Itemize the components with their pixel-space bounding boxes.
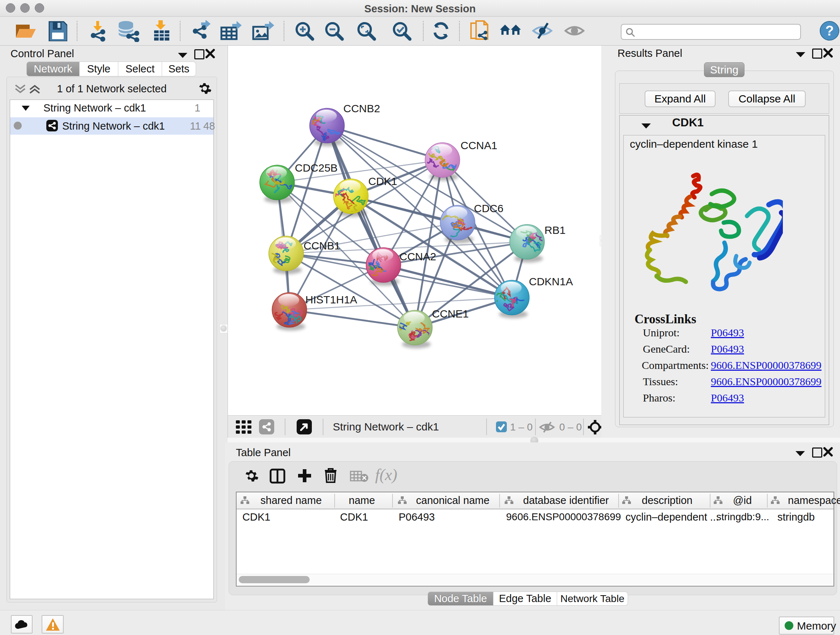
svg-text:CDK1: CDK1 (368, 175, 397, 187)
svg-text:CCNA1: CCNA1 (461, 139, 497, 151)
svg-text:CCNE1: CCNE1 (432, 308, 469, 320)
svg-text:CDC6: CDC6 (474, 203, 504, 214)
svg-text:CCNB2: CCNB2 (343, 103, 380, 114)
svg-text:CCNB1: CCNB1 (303, 240, 340, 252)
svg-text:CDKN1A: CDKN1A (529, 276, 573, 287)
svg-text:HIST1H1A: HIST1H1A (305, 294, 357, 306)
svg-text:?: ? (825, 23, 834, 38)
svg-text:CDC25B: CDC25B (295, 162, 338, 174)
svg-text:RB1: RB1 (545, 224, 565, 236)
svg-text:CCNA2: CCNA2 (399, 250, 436, 263)
